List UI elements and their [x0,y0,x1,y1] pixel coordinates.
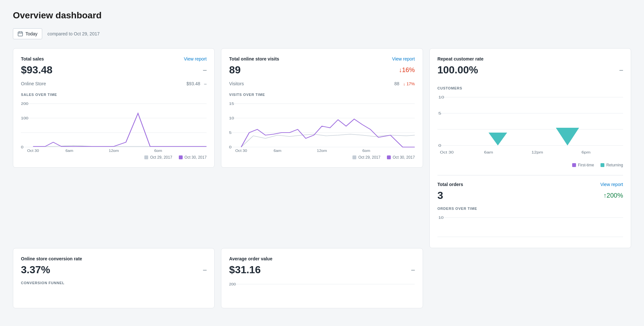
conversion-rate-card: Online store conversion rate 3.37% – CON… [13,248,215,308]
total-visits-sub-value: 88 [394,81,399,86]
svg-text:6pm: 6pm [582,151,591,154]
sales-legend-new-label: Oct 30, 2017 [185,155,207,160]
visits-legend-new-label: Oct 30, 2017 [393,155,415,160]
total-visits-sub-change: ↓ 17% [403,81,415,86]
svg-text:12pm: 12pm [317,149,327,152]
svg-text:5: 5 [438,111,441,115]
returning-label: Returning [606,163,623,167]
sales-chart: 200 100 0 Oct 30 6am 12pm 6pm [21,100,207,152]
date-picker-button[interactable]: Today [13,28,42,39]
total-visits-card: Total online store visits View report 89… [221,48,423,168]
svg-marker-31 [488,133,507,145]
customers-legend: First-time Returning [437,163,623,167]
total-visits-view-report[interactable]: View report [392,56,415,61]
svg-text:6am: 6am [65,149,73,152]
total-visits-change: ↓16% [399,66,415,74]
returning-dot [601,163,604,167]
funnel-label: CONVERSION FUNNEL [21,281,207,285]
svg-text:6am: 6am [274,149,281,152]
conversion-rate-dash: – [203,266,207,274]
total-visits-sub-label: Visitors [229,81,244,86]
total-orders-value: 3 [437,190,443,201]
total-sales-title: Total sales [21,56,44,61]
sales-chart-label: SALES OVER TIME [21,93,207,97]
svg-text:0: 0 [438,144,441,147]
svg-text:6am: 6am [484,151,493,154]
total-sales-header: Total sales View report [21,56,207,61]
svg-text:Oct 30: Oct 30 [440,151,454,154]
legend-dot-new [179,155,183,159]
visits-legend-dot-new [387,155,391,159]
avg-order-value: $31.16 [229,264,261,276]
svg-text:6pm: 6pm [154,149,162,152]
total-visits-title: Total online store visits [229,56,279,61]
total-visits-value: 89 [229,64,241,76]
top-grid: Total sales View report $93.48 – Online … [13,48,631,248]
total-sales-view-report[interactable]: View report [184,56,207,61]
svg-text:5: 5 [229,131,232,135]
conversion-rate-title: Online store conversion rate [21,256,82,261]
legend-dot-old [144,155,148,159]
total-sales-dash: – [203,66,207,74]
visits-chart: 15 10 5 0 Oct 30 6am 12pm 6pm [229,100,415,152]
repeat-customer-value-row: 100.00% – [437,64,623,76]
total-sales-sub-value: $93.48 [187,81,200,86]
svg-text:0: 0 [21,145,24,149]
svg-text:10: 10 [438,95,444,99]
bottom-grid: Online store conversion rate 3.37% – CON… [13,248,631,308]
svg-text:200: 200 [21,102,28,106]
svg-text:200: 200 [229,283,236,286]
total-sales-value: $93.48 [21,64,53,76]
avg-order-card: Average order value $31.16 – 200 [221,248,423,308]
sales-legend-old: Oct 29, 2017 [144,155,172,160]
total-sales-sub-row: Online Store $93.48 – [21,81,207,86]
total-visits-sub-row: Visitors 88 ↓ 17% [229,81,415,86]
customers-chart: 10 5 0 Oct 30 6am 12pm 6pm [437,94,623,160]
total-orders-section: Total orders View report 3 ↑200% ORDERS … [437,175,623,240]
sales-legend: Oct 29, 2017 Oct 30, 2017 [21,155,207,160]
calendar-icon [18,31,23,36]
total-visits-sub-right: 88 ↓ 17% [394,81,415,86]
total-orders-view-report[interactable]: View report [600,182,623,187]
visits-legend-old: Oct 29, 2017 [352,155,380,160]
first-time-label: First-time [578,163,594,167]
total-visits-header: Total online store visits View report [229,56,415,61]
svg-text:10: 10 [229,116,234,120]
repeat-customer-header: Repeat customer rate [437,56,623,61]
header-row: Today compared to Oct 29, 2017 [13,28,631,39]
orders-chart-label: ORDERS OVER TIME [437,207,623,210]
sales-legend-new: Oct 30, 2017 [179,155,207,160]
avg-order-header: Average order value [229,256,415,261]
avg-order-title: Average order value [229,256,272,261]
customers-legend-first: First-time [572,163,594,167]
svg-text:Oct 30: Oct 30 [235,149,247,152]
visits-legend-dot-old [352,155,356,159]
total-orders-header: Total orders View report [437,182,623,187]
avg-order-value-row: $31.16 – [229,264,415,276]
visits-chart-label: VISITS OVER TIME [229,93,415,97]
svg-text:12pm: 12pm [109,149,119,152]
visits-legend-old-label: Oct 29, 2017 [358,155,380,160]
total-orders-value-row: 3 ↑200% [437,190,623,201]
repeat-customer-title: Repeat customer rate [437,56,484,61]
total-orders-title: Total orders [437,182,463,187]
customers-legend-returning: Returning [601,163,623,167]
sales-legend-old-label: Oct 29, 2017 [150,155,172,160]
visits-legend: Oct 29, 2017 Oct 30, 2017 [229,155,415,160]
svg-text:12pm: 12pm [531,151,543,154]
svg-text:100: 100 [21,116,28,120]
repeat-customer-value: 100.00% [437,64,478,76]
conversion-rate-value-row: 3.37% – [21,264,207,276]
compared-text: compared to Oct 29, 2017 [47,31,100,36]
total-sales-sub-label: Online Store [21,81,46,86]
visits-legend-new: Oct 30, 2017 [387,155,415,160]
svg-text:10: 10 [438,216,444,219]
first-time-dot [572,163,576,167]
repeat-customer-card: Repeat customer rate 100.00% – CUSTOMERS… [429,48,631,248]
conversion-rate-header: Online store conversion rate [21,256,207,261]
avg-order-dash: – [411,266,415,274]
svg-text:15: 15 [229,102,234,106]
svg-marker-32 [556,128,579,145]
total-visits-value-row: 89 ↓16% [229,64,415,76]
orders-chart: 10 [437,214,623,240]
